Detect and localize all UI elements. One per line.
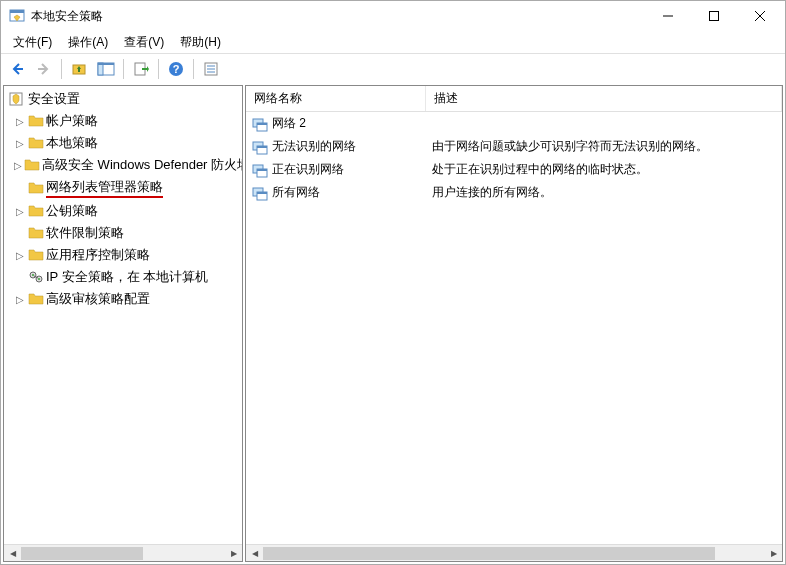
cell-name: 网络 2 [246, 114, 426, 133]
cell-desc: 由于网络问题或缺少可识别字符而无法识别的网络。 [426, 137, 782, 156]
list-row[interactable]: 网络 2 [246, 112, 782, 135]
tree-item[interactable]: ▷公钥策略 [4, 200, 242, 222]
network-icon [252, 116, 268, 132]
menu-view[interactable]: 查看(V) [116, 32, 172, 53]
svg-rect-34 [257, 192, 267, 194]
network-name-label: 所有网络 [272, 184, 320, 201]
menu-help[interactable]: 帮助(H) [172, 32, 229, 53]
list-row[interactable]: 所有网络用户连接的所有网络。 [246, 181, 782, 204]
maximize-button[interactable] [691, 1, 737, 31]
tree-item[interactable]: ▷帐户策略 [4, 110, 242, 132]
tree-horizontal-scrollbar[interactable]: ◀ ▶ [4, 544, 242, 561]
folder-icon [28, 225, 44, 241]
tree-item[interactable]: ▷高级安全 Windows Defender 防火墙 [4, 154, 242, 176]
folder-icon [28, 180, 44, 196]
toolbar: ? [1, 53, 785, 83]
policy-tree[interactable]: 安全设置 ▷帐户策略▷本地策略▷高级安全 Windows Defender 防火… [4, 86, 242, 544]
svg-rect-9 [98, 63, 114, 65]
tree-item-label: 网络列表管理器策略 [46, 178, 163, 198]
tree-item-label: IP 安全策略，在 本地计算机 [46, 268, 208, 286]
expand-icon[interactable]: ▷ [14, 159, 22, 171]
svg-rect-25 [257, 123, 267, 125]
network-name-label: 正在识别网络 [272, 161, 344, 178]
menu-action[interactable]: 操作(A) [60, 32, 116, 53]
list-row[interactable]: 无法识别的网络由于网络问题或缺少可识别字符而无法识别的网络。 [246, 135, 782, 158]
list-body[interactable]: 网络 2无法识别的网络由于网络问题或缺少可识别字符而无法识别的网络。正在识别网络… [246, 112, 782, 544]
expand-icon[interactable]: ▷ [14, 293, 26, 305]
column-header-desc[interactable]: 描述 [426, 86, 782, 111]
forward-button[interactable] [32, 57, 56, 81]
list-horizontal-scrollbar[interactable]: ◀ ▶ [246, 544, 782, 561]
toolbar-separator [193, 59, 194, 79]
expand-icon[interactable]: ▷ [14, 137, 26, 149]
scroll-left-button[interactable]: ◀ [4, 545, 21, 562]
cell-name: 所有网络 [246, 183, 426, 202]
cell-desc: 处于正在识别过程中的网络的临时状态。 [426, 160, 782, 179]
list-row[interactable]: 正在识别网络处于正在识别过程中的网络的临时状态。 [246, 158, 782, 181]
scrollbar-thumb[interactable] [21, 547, 143, 560]
window-title: 本地安全策略 [31, 8, 645, 25]
minimize-button[interactable] [645, 1, 691, 31]
expand-icon[interactable]: ▷ [14, 115, 26, 127]
up-button[interactable] [67, 57, 91, 81]
list-header: 网络名称 描述 [246, 86, 782, 112]
scroll-left-button[interactable]: ◀ [246, 545, 263, 562]
tree-item-label: 应用程序控制策略 [46, 246, 150, 264]
scroll-right-button[interactable]: ▶ [765, 545, 782, 562]
menu-file[interactable]: 文件(F) [5, 32, 60, 53]
expand-spacer [14, 182, 26, 194]
tree-item-label: 软件限制策略 [46, 224, 124, 242]
expand-icon[interactable]: ▷ [14, 249, 26, 261]
back-button[interactable] [5, 57, 29, 81]
help-button[interactable]: ? [164, 57, 188, 81]
close-button[interactable] [737, 1, 783, 31]
cell-name: 无法识别的网络 [246, 137, 426, 156]
folder-icon [28, 113, 44, 129]
export-button[interactable] [129, 57, 153, 81]
tree-item-label: 公钥策略 [46, 202, 98, 220]
folder-icon [24, 157, 40, 173]
scroll-right-button[interactable]: ▶ [225, 545, 242, 562]
properties-button[interactable] [199, 57, 223, 81]
show-hide-tree-button[interactable] [94, 57, 118, 81]
svg-rect-28 [257, 146, 267, 148]
folder-icon [28, 135, 44, 151]
tree-item[interactable]: ▷本地策略 [4, 132, 242, 154]
menubar: 文件(F) 操作(A) 查看(V) 帮助(H) [1, 31, 785, 53]
folder-icon [28, 203, 44, 219]
cell-desc [426, 114, 782, 133]
tree-item-label: 帐户策略 [46, 112, 98, 130]
ip-policy-icon [28, 269, 44, 285]
folder-icon [28, 291, 44, 307]
expand-icon[interactable]: ▷ [14, 205, 26, 217]
list-panel: 网络名称 描述 网络 2无法识别的网络由于网络问题或缺少可识别字符而无法识别的网… [245, 85, 783, 562]
tree-root[interactable]: 安全设置 [4, 88, 242, 110]
toolbar-separator [158, 59, 159, 79]
cell-desc: 用户连接的所有网络。 [426, 183, 782, 202]
network-name-label: 网络 2 [272, 115, 306, 132]
cell-name: 正在识别网络 [246, 160, 426, 179]
svg-point-22 [38, 278, 40, 280]
scrollbar-thumb[interactable] [263, 547, 715, 560]
network-icon [252, 185, 268, 201]
svg-rect-31 [257, 169, 267, 171]
tree-item[interactable]: IP 安全策略，在 本地计算机 [4, 266, 242, 288]
titlebar: 本地安全策略 [1, 1, 785, 31]
tree-root-label: 安全设置 [28, 90, 80, 108]
tree-item[interactable]: ▷高级审核策略配置 [4, 288, 242, 310]
main-content: 安全设置 ▷帐户策略▷本地策略▷高级安全 Windows Defender 防火… [1, 83, 785, 564]
expand-spacer [14, 271, 26, 283]
tree-panel: 安全设置 ▷帐户策略▷本地策略▷高级安全 Windows Defender 防火… [3, 85, 243, 562]
tree-item[interactable]: 软件限制策略 [4, 222, 242, 244]
column-header-name[interactable]: 网络名称 [246, 86, 426, 111]
security-root-icon [8, 91, 24, 107]
folder-icon [28, 247, 44, 263]
svg-point-21 [32, 274, 34, 276]
toolbar-separator [61, 59, 62, 79]
svg-rect-3 [710, 12, 719, 21]
tree-item[interactable]: 网络列表管理器策略 [4, 176, 242, 200]
network-icon [252, 139, 268, 155]
app-icon [9, 8, 25, 24]
tree-item-label: 本地策略 [46, 134, 98, 152]
tree-item[interactable]: ▷应用程序控制策略 [4, 244, 242, 266]
